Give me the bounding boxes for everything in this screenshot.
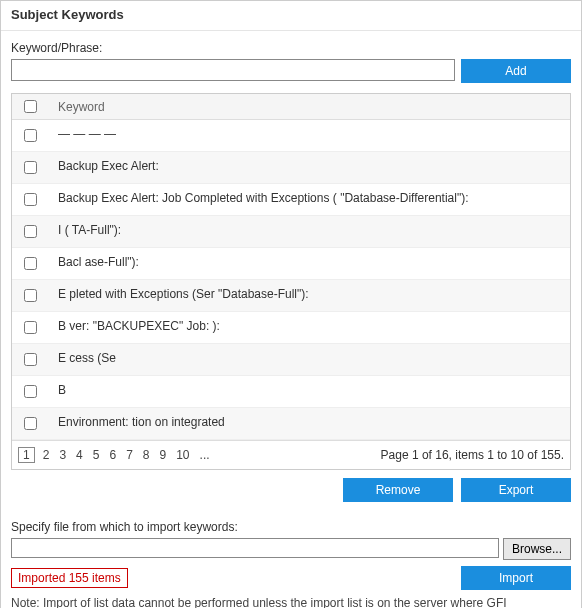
table-row: B — [12, 376, 570, 408]
row-text: Backup Exec Alert: — [48, 158, 570, 175]
table-row: E cess (Se — [12, 344, 570, 376]
table-row: Environment: tion on integrated — [12, 408, 570, 440]
select-all-checkbox[interactable] — [24, 100, 37, 113]
row-text: — — — — — [48, 126, 570, 143]
grid-actions: Remove Export — [11, 478, 571, 502]
table-row: Bacl ase-Full"): — [12, 248, 570, 280]
pager-page[interactable]: 2 — [41, 448, 52, 462]
remove-button[interactable]: Remove — [343, 478, 453, 502]
subject-keywords-panel: Subject Keywords Keyword/Phrase: Add Key… — [0, 0, 582, 608]
row-text: I ( TA-Full"): — [48, 222, 570, 239]
row-checkbox[interactable] — [24, 385, 37, 398]
row-checkbox[interactable] — [24, 257, 37, 270]
import-status: Imported 155 items — [11, 568, 128, 588]
keyword-input[interactable] — [11, 59, 455, 81]
table-row: I ( TA-Full"): — [12, 216, 570, 248]
import-button[interactable]: Import — [461, 566, 571, 590]
pager-page[interactable]: 3 — [57, 448, 68, 462]
row-checkbox[interactable] — [24, 161, 37, 174]
pager-page[interactable]: 5 — [91, 448, 102, 462]
row-text: B ver: "BACKUPEXEC" Job: ): — [48, 318, 570, 335]
browse-button[interactable]: Browse... — [503, 538, 571, 560]
pager-page[interactable]: 6 — [107, 448, 118, 462]
export-button[interactable]: Export — [461, 478, 571, 502]
panel-title: Subject Keywords — [1, 1, 581, 31]
pager-page[interactable]: 7 — [124, 448, 135, 462]
row-checkbox[interactable] — [24, 353, 37, 366]
import-file-input[interactable] — [11, 538, 499, 558]
keywords-grid: Keyword — — — —Backup Exec Alert:Backup … — [11, 93, 571, 470]
pager-page[interactable]: 9 — [158, 448, 169, 462]
row-text: Environment: tion on integrated — [48, 414, 570, 431]
import-label: Specify file from which to import keywor… — [11, 520, 571, 534]
pager-page[interactable]: 10 — [174, 448, 191, 462]
add-button[interactable]: Add — [461, 59, 571, 83]
row-checkbox[interactable] — [24, 289, 37, 302]
import-section: Specify file from which to import keywor… — [11, 520, 571, 608]
row-text: B — [48, 382, 570, 399]
table-row: B ver: "BACKUPEXEC" Job: ): — [12, 312, 570, 344]
row-checkbox[interactable] — [24, 129, 37, 142]
row-checkbox[interactable] — [24, 417, 37, 430]
grid-header: Keyword — [12, 94, 570, 120]
pager-page[interactable]: 4 — [74, 448, 85, 462]
row-text: Backup Exec Alert: Job Completed with Ex… — [48, 190, 570, 207]
row-text: E cess (Se — [48, 350, 570, 367]
row-text: E pleted with Exceptions (Ser "Database-… — [48, 286, 570, 303]
pager: 12345678910... Page 1 of 16, items 1 to … — [12, 440, 570, 469]
keyword-phrase-label: Keyword/Phrase: — [11, 41, 571, 55]
keyword-field-row: Keyword/Phrase: Add — [11, 41, 571, 83]
row-checkbox[interactable] — [24, 225, 37, 238]
row-checkbox[interactable] — [24, 321, 37, 334]
column-header-keyword: Keyword — [48, 100, 105, 114]
row-text: Bacl ase-Full"): — [48, 254, 570, 271]
table-row: Backup Exec Alert: — [12, 152, 570, 184]
table-row: E pleted with Exceptions (Ser "Database-… — [12, 280, 570, 312]
pager-page[interactable]: 1 — [18, 447, 35, 463]
table-row: Backup Exec Alert: Job Completed with Ex… — [12, 184, 570, 216]
table-row: — — — — — [12, 120, 570, 152]
pager-summary: Page 1 of 16, items 1 to 10 of 155. — [381, 448, 564, 462]
row-checkbox[interactable] — [24, 193, 37, 206]
pager-page[interactable]: ... — [198, 448, 212, 462]
pager-page[interactable]: 8 — [141, 448, 152, 462]
import-note: Note: Import of list data cannot be perf… — [11, 596, 571, 608]
